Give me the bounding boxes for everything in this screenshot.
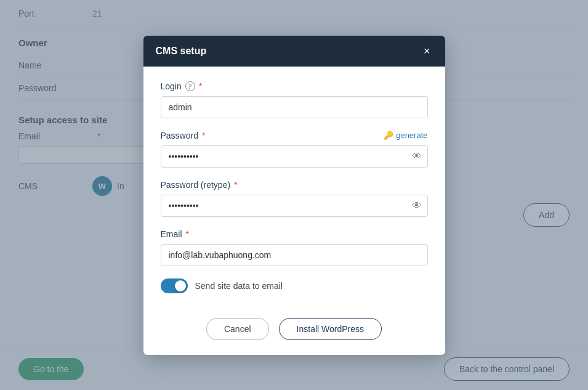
password-label-text: Password xyxy=(161,131,198,140)
toggle-slider xyxy=(161,278,188,293)
install-button[interactable]: Install WordPress xyxy=(279,318,382,340)
password-retype-input[interactable] xyxy=(161,195,428,217)
generate-link[interactable]: 🔑 generate xyxy=(384,131,427,140)
modal-title: CMS setup xyxy=(156,46,207,57)
login-input[interactable] xyxy=(161,96,428,118)
password-retype-label-text: Password (retype) xyxy=(161,180,231,190)
password-retype-eye-icon[interactable]: 👁 xyxy=(412,200,422,211)
email-label-row: Email * xyxy=(161,229,428,239)
login-group: Login ? * xyxy=(161,81,428,118)
password-required: * xyxy=(202,131,205,140)
send-data-row: Send site data to email xyxy=(161,278,428,293)
password-label-row: Password * 🔑 generate xyxy=(161,131,428,140)
email-label-text: Email xyxy=(161,229,182,239)
email-group: Email * xyxy=(161,229,428,266)
login-required: * xyxy=(199,81,202,91)
modal-overlay: CMS setup × Login ? * Password * xyxy=(0,0,588,390)
modal-footer: Cancel Install WordPress xyxy=(143,311,445,355)
cms-setup-modal: CMS setup × Login ? * Password * xyxy=(143,36,445,355)
password-retype-label-row: Password (retype) * xyxy=(161,180,428,190)
password-retype-required: * xyxy=(234,180,237,190)
help-icon[interactable]: ? xyxy=(185,81,195,91)
send-data-label: Send site data to email xyxy=(195,281,283,291)
email-required: * xyxy=(186,229,189,239)
modal-header: CMS setup × xyxy=(143,36,445,67)
cancel-button[interactable]: Cancel xyxy=(206,318,269,340)
login-label-row: Login ? * xyxy=(161,81,428,91)
password-retype-wrapper: 👁 xyxy=(161,195,428,217)
password-group: Password * 🔑 generate 👁 xyxy=(161,131,428,168)
login-label-text: Login xyxy=(161,81,182,91)
modal-body: Login ? * Password * 🔑 generate xyxy=(143,67,445,311)
email-input[interactable] xyxy=(161,244,428,266)
password-input[interactable] xyxy=(161,145,428,168)
password-wrapper: 👁 xyxy=(161,145,428,168)
close-button[interactable]: × xyxy=(421,44,433,58)
password-retype-group: Password (retype) * 👁 xyxy=(161,180,428,217)
send-data-toggle[interactable] xyxy=(161,278,188,293)
password-eye-icon[interactable]: 👁 xyxy=(412,151,422,162)
